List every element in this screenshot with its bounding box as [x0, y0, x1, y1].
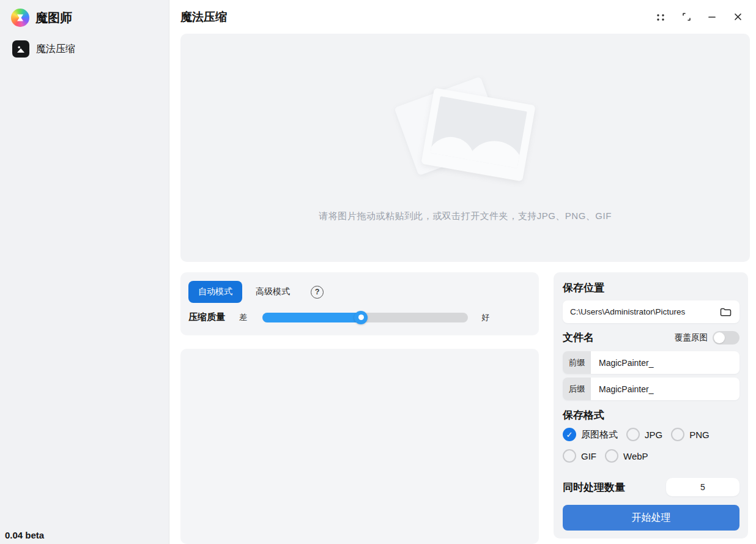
radio-gif[interactable]: GIF	[563, 449, 596, 463]
app-brand: 魔图师	[0, 0, 169, 34]
grid-dots-icon[interactable]	[651, 8, 670, 26]
save-path-box	[563, 300, 739, 323]
radio-icon	[671, 428, 684, 441]
quality-min-label: 差	[239, 312, 247, 323]
concurrency-label: 同时处理数量	[563, 480, 625, 494]
image-icon	[12, 40, 29, 58]
concurrency-input[interactable]	[666, 478, 739, 496]
quality-max-label: 好	[481, 312, 489, 323]
format-options: ✓ 原图格式 JPG PNG GIF	[563, 428, 739, 463]
mode-panel: 自动模式 高级模式 ? 压缩质量 差 好	[180, 272, 539, 335]
prefix-input[interactable]	[591, 351, 739, 374]
tab-auto-mode[interactable]: 自动模式	[188, 281, 242, 303]
dropzone-hint: 请将图片拖动或粘贴到此，或双击打开文件夹，支持JPG、PNG、GIF	[319, 211, 612, 222]
toggle-knob	[714, 332, 725, 343]
prefix-row: 前缀	[563, 351, 739, 374]
app-name: 魔图师	[35, 10, 72, 26]
save-settings-panel: 保存位置 文件名 覆盖原图	[554, 272, 748, 538]
save-location-title: 保存位置	[563, 281, 739, 295]
app-logo-icon	[11, 9, 29, 27]
start-processing-button[interactable]: 开始处理	[563, 505, 739, 531]
overwrite-label: 覆盖原图	[675, 332, 708, 343]
overwrite-group: 覆盖原图	[675, 331, 739, 345]
page-title: 魔法压缩	[180, 9, 227, 25]
version-text: 0.04 beta	[5, 530, 44, 540]
quality-slider[interactable]	[262, 313, 468, 322]
suffix-input[interactable]	[591, 378, 739, 400]
filename-title: 文件名	[563, 330, 594, 345]
sidebar-item-magic-compress[interactable]: 魔法压缩	[0, 34, 169, 64]
filename-row: 文件名 覆盖原图	[563, 330, 739, 345]
minimize-icon[interactable]	[702, 8, 722, 26]
save-path-input[interactable]	[570, 307, 719, 316]
radio-icon	[626, 428, 640, 441]
radio-png[interactable]: PNG	[671, 428, 710, 441]
radio-original-format[interactable]: ✓ 原图格式	[563, 428, 618, 441]
titlebar: 魔法压缩	[180, 0, 750, 34]
save-format-title: 保存格式	[563, 408, 739, 422]
mode-tabs: 自动模式 高级模式 ?	[188, 281, 530, 303]
help-icon[interactable]: ?	[311, 286, 324, 299]
quality-row: 压缩质量 差 好	[188, 311, 530, 323]
close-icon[interactable]	[728, 8, 747, 26]
quality-slider-thumb[interactable]	[354, 311, 368, 324]
folder-icon[interactable]	[719, 305, 732, 319]
radio-icon	[563, 449, 576, 463]
right-column: 保存位置 文件名 覆盖原图	[554, 272, 748, 544]
window-controls	[651, 8, 750, 26]
concurrency-row: 同时处理数量	[563, 478, 739, 496]
image-drop-zone[interactable]: 请将图片拖动或粘贴到此，或双击打开文件夹，支持JPG、PNG、GIF	[180, 34, 750, 262]
radio-checked-icon: ✓	[563, 428, 576, 441]
sidebar: 魔图师 魔法压缩 0.04 beta	[0, 0, 169, 544]
left-column: 自动模式 高级模式 ? 压缩质量 差 好	[180, 272, 539, 544]
quality-label: 压缩质量	[188, 311, 225, 323]
tab-advanced-mode[interactable]: 高级模式	[246, 281, 300, 303]
app-window: 魔图师 魔法压缩 0.04 beta 魔法压缩	[0, 0, 756, 544]
main-area: 魔法压缩	[169, 0, 756, 544]
quality-slider-fill	[262, 313, 361, 322]
radio-webp[interactable]: WebP	[605, 449, 648, 463]
suffix-row: 后缀	[563, 378, 739, 400]
prefix-label: 前缀	[563, 351, 591, 374]
overwrite-toggle[interactable]	[713, 331, 739, 345]
radio-jpg[interactable]: JPG	[626, 428, 662, 441]
maximize-icon[interactable]	[676, 8, 696, 26]
file-list-panel	[180, 349, 539, 544]
sidebar-item-label: 魔法压缩	[36, 43, 75, 56]
suffix-label: 后缀	[563, 378, 591, 400]
radio-icon	[605, 449, 618, 463]
photo-placeholder-icon	[395, 78, 536, 191]
